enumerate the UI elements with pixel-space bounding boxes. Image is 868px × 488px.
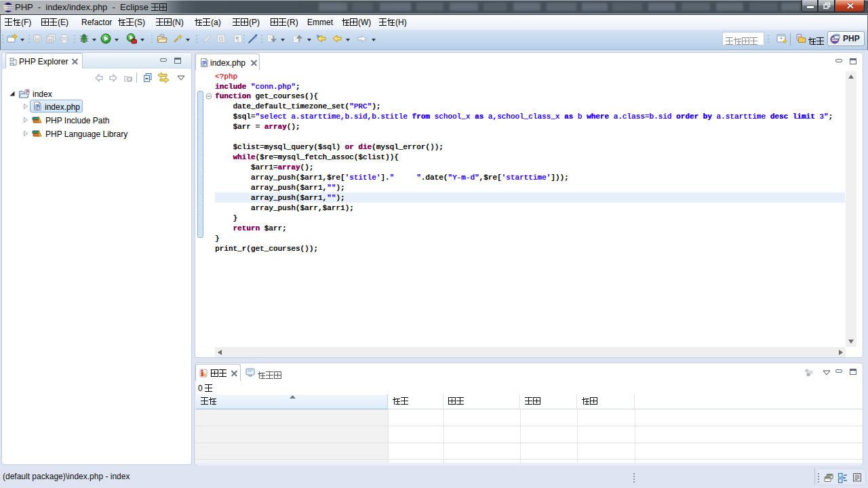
svg-text:P: P [203,61,207,66]
svg-text:P: P [37,104,40,109]
svg-text:P: P [26,89,30,94]
svg-text:¶: ¶ [236,35,239,43]
